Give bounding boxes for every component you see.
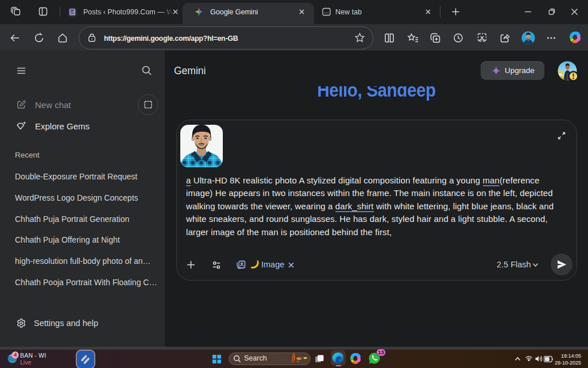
svg-text:13: 13	[378, 349, 384, 355]
svg-text:4: 4	[14, 352, 17, 358]
